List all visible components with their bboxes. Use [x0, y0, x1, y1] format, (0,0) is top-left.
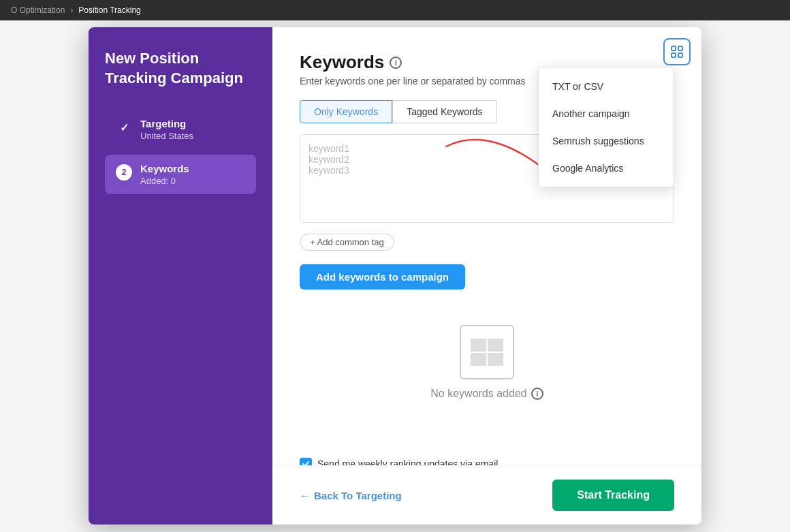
sidebar-title: New Position Tracking Campaign [105, 49, 256, 88]
step-targeting-label: Targeting [140, 118, 193, 129]
empty-icon [460, 325, 514, 379]
sidebar-step-targeting[interactable]: ✓ Targeting United States [105, 110, 256, 149]
step-check-icon: ✓ [116, 119, 132, 136]
modal: New Position Tracking Campaign ✓ Targeti… [89, 27, 701, 525]
add-keywords-button[interactable]: Add keywords to campaign [300, 264, 465, 290]
add-tag-button[interactable]: + Add common tag [300, 234, 394, 251]
grid-cell-4 [488, 353, 503, 366]
step-keywords-content: Keywords Added: 0 [140, 163, 189, 186]
svg-rect-2 [672, 53, 676, 57]
sidebar: New Position Tracking Campaign ✓ Targeti… [89, 27, 272, 525]
add-tag-row: + Add common tag [300, 234, 674, 251]
dropdown-item-another-campaign[interactable]: Another campaign [539, 100, 674, 127]
breadcrumb-part1: O Optimization [11, 5, 65, 15]
modal-footer: ← Back To Targeting Start Tracking [272, 465, 701, 525]
step-targeting-content: Targeting United States [140, 118, 193, 141]
tab-only-keywords[interactable]: Only Keywords [300, 100, 392, 123]
dropdown-item-txt-csv[interactable]: TXT or CSV [539, 73, 674, 100]
breadcrumb-current: Position Tracking [78, 5, 140, 15]
grid-cell-1 [471, 339, 486, 351]
grid-cell-2 [488, 339, 503, 351]
top-bar: O Optimization › Position Tracking [0, 0, 790, 20]
svg-rect-1 [678, 46, 682, 50]
breadcrumb-separator: › [70, 5, 73, 15]
step-keywords-label: Keywords [140, 163, 189, 174]
sidebar-step-keywords[interactable]: 2 Keywords Added: 0 [105, 155, 256, 194]
dropdown-item-google-analytics[interactable]: Google Analytics [539, 155, 674, 182]
back-btn-label: Back To Targeting [314, 490, 402, 501]
empty-text-label: No keywords added [430, 388, 526, 400]
focus-icon [670, 45, 684, 59]
info-icon[interactable]: i [390, 57, 402, 69]
grid-cell-3 [471, 353, 486, 366]
back-to-targeting-button[interactable]: ← Back To Targeting [300, 490, 402, 501]
svg-rect-0 [672, 46, 676, 50]
main-content: Keywords i Enter keywords one per line o… [272, 27, 701, 525]
empty-grid [471, 339, 503, 366]
empty-state: No keywords added i [300, 311, 674, 413]
tab-tagged-keywords[interactable]: Tagged Keywords [392, 100, 496, 123]
step-keywords-sublabel: Added: 0 [140, 176, 189, 186]
empty-text: No keywords added i [430, 388, 543, 400]
close-button[interactable] [663, 38, 691, 65]
section-title-text: Keywords [300, 52, 384, 73]
start-tracking-button[interactable]: Start Tracking [552, 480, 674, 511]
import-dropdown: TXT or CSV Another campaign Semrush sugg… [538, 67, 674, 188]
back-arrow-icon: ← [300, 490, 310, 501]
dropdown-item-semrush[interactable]: Semrush suggestions [539, 127, 674, 155]
modal-overlay: New Position Tracking Campaign ✓ Targeti… [0, 14, 790, 532]
empty-info-icon[interactable]: i [531, 388, 543, 400]
svg-rect-3 [678, 53, 682, 57]
step-targeting-sublabel: United States [140, 131, 193, 141]
step-number-icon: 2 [116, 164, 132, 181]
